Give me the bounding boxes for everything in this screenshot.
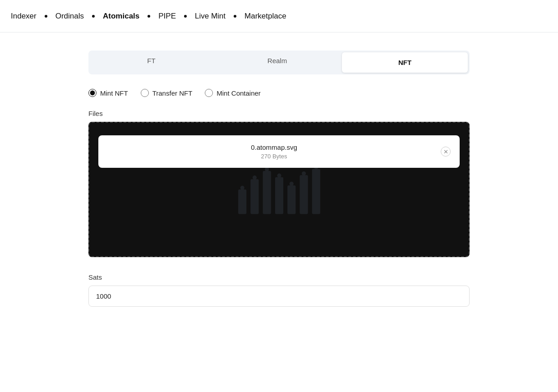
radio-transfer-nft-label: Transfer NFT [152, 89, 193, 97]
svg-point-11 [289, 182, 293, 186]
svg-point-12 [302, 171, 306, 175]
sats-input[interactable] [88, 286, 470, 307]
radio-mint-container[interactable]: Mint Container [205, 89, 261, 97]
svg-rect-2 [263, 171, 271, 214]
radio-mint-nft-label: Mint NFT [100, 89, 128, 97]
svg-rect-1 [250, 179, 258, 214]
nav-dot-2 [92, 15, 95, 18]
nav-item-atomicals[interactable]: Atomicals [103, 12, 139, 21]
tab-ft[interactable]: FT [88, 51, 214, 74]
tab-nft[interactable]: NFT [342, 52, 468, 73]
svg-point-9 [265, 167, 269, 171]
navbar: Indexer Ordinals Atomicals PIPE Live Min… [0, 0, 558, 32]
svg-rect-3 [275, 177, 283, 214]
radio-mint-nft[interactable]: Mint NFT [88, 89, 128, 97]
nav-item-pipe[interactable]: PIPE [158, 12, 176, 21]
file-card-info: 0.atommap.svg 270 Bytes [107, 143, 441, 160]
nav-dot-3 [148, 15, 150, 18]
nav-dot-4 [184, 15, 187, 18]
nav-dot-5 [234, 15, 236, 18]
file-close-button[interactable]: ✕ [441, 147, 451, 157]
nav-item-live-mint[interactable]: Live Mint [195, 12, 226, 21]
tab-bar: FT Realm NFT [88, 51, 470, 74]
nav-item-marketplace[interactable]: Marketplace [244, 12, 286, 21]
radio-group: Mint NFT Transfer NFT Mint Container [88, 89, 470, 97]
nav-item-indexer[interactable]: Indexer [11, 12, 37, 21]
sats-label: Sats [88, 273, 470, 281]
file-name: 0.atommap.svg [107, 143, 441, 151]
files-label: Files [88, 110, 470, 117]
svg-rect-6 [312, 169, 320, 214]
svg-rect-5 [300, 175, 308, 214]
svg-point-10 [277, 174, 281, 178]
main-content: FT Realm NFT Mint NFT Transfer NFT Mint … [0, 32, 558, 325]
svg-rect-4 [287, 185, 295, 214]
nav-item-ordinals[interactable]: Ordinals [55, 12, 84, 21]
svg-rect-0 [238, 189, 246, 214]
svg-point-7 [240, 186, 244, 190]
close-icon: ✕ [443, 148, 448, 155]
file-drop-zone[interactable]: 0.atommap.svg 270 Bytes ✕ [88, 122, 470, 257]
nav-dot-1 [45, 15, 47, 18]
radio-mint-container-label: Mint Container [217, 89, 261, 97]
file-card: 0.atommap.svg 270 Bytes ✕ [98, 135, 460, 168]
radio-transfer-nft[interactable]: Transfer NFT [141, 89, 193, 97]
svg-point-8 [252, 175, 256, 180]
tab-realm[interactable]: Realm [214, 51, 340, 74]
file-size: 270 Bytes [107, 153, 441, 160]
